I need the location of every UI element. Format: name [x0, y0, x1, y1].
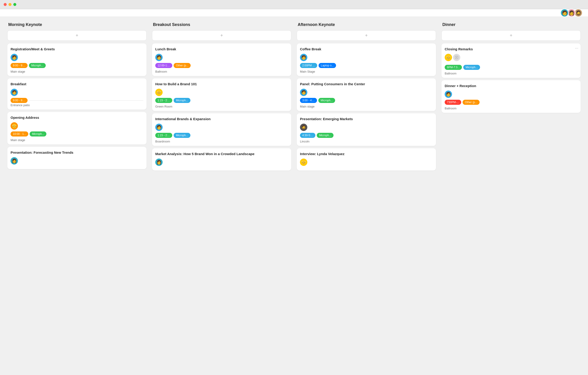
card-tag: 12:00-1:...	[155, 63, 172, 68]
card-title: Market Analysis: How 5 Brand Won in a Cr…	[155, 151, 288, 156]
card-avatar: 👴	[445, 54, 452, 61]
column-afternoon-keynote: Afternoon Keynote+Coffee Break🧑2:00PM ..…	[294, 22, 439, 363]
card-title: Presentation: Emerging Markets	[300, 117, 433, 121]
card-title: International Brands & Expansion	[155, 117, 288, 121]
card-tag: Other (p...	[462, 100, 480, 105]
app-header: 🧑 👩 🧔	[0, 9, 588, 17]
column-breakout-sessions: Breakout Sessions+Lunch Break🧑12:00-1:..…	[149, 22, 294, 363]
card-location: Lincoln	[300, 140, 433, 143]
card-tag: Microph...	[174, 133, 190, 138]
card-card-lunch[interactable]: Lunch Break🧑12:00-1:...Other (p...Ballro…	[152, 43, 291, 76]
card-avatar: 🧔	[300, 124, 307, 131]
card-title: Lunch Break	[155, 47, 288, 52]
card-tags: 1:15 - 2:...Microph...	[155, 133, 288, 138]
card-tag: 2:00PM ...	[300, 63, 317, 68]
card-title: How to Build a Brand 101	[155, 82, 288, 86]
card-tags: 9:00 - 9:...Microph...	[10, 63, 143, 68]
add-card-button-breakout-sessions[interactable]: +	[152, 30, 291, 41]
card-tags: 3:00 - 4:...Microph...	[300, 98, 433, 103]
card-avatar: 👴	[155, 89, 163, 96]
card-avatar: 🧑	[300, 54, 307, 61]
add-card-button-dinner[interactable]: +	[441, 30, 581, 41]
card-card-closing[interactable]: ···Closing Remarks👴6PM-7:3...Microph...B…	[441, 43, 581, 78]
card-avatar: 👩	[155, 159, 163, 166]
card-tag: Microph...	[29, 63, 46, 68]
card-tag: 6PM-7:3...	[445, 65, 462, 70]
column-dinner: Dinner+···Closing Remarks👴6PM-7:3...Micr…	[439, 22, 583, 363]
card-tag: Microph...	[174, 98, 190, 103]
card-card-coffee[interactable]: Coffee Break🧑2:00PM ...Laptop o...Main S…	[297, 43, 436, 76]
card-avatar: 👩	[10, 157, 18, 164]
card-location: Ballroom	[445, 107, 578, 110]
card-title: Interview: Lynda Velazquez	[300, 151, 433, 156]
card-card-market-analysis[interactable]: Market Analysis: How 5 Brand Won in a Cr…	[152, 148, 291, 171]
card-tag: 3:00 - 4:...	[300, 98, 317, 103]
card-avatar: 👴	[10, 122, 18, 129]
card-card-interview[interactable]: Interview: Lynda Velazquez👴	[297, 148, 436, 171]
card-title: Panel: Putting Consumers in the Center	[300, 82, 433, 86]
card-tag: 730PM-...	[445, 100, 461, 105]
card-avatar-secondary	[453, 54, 460, 61]
card-tag: Other (p...	[174, 63, 191, 68]
card-avatar: 🧑	[300, 89, 307, 96]
add-card-button-afternoon-keynote[interactable]: +	[297, 30, 436, 41]
card-title: Closing Remarks	[445, 47, 578, 52]
maximize-button[interactable]	[13, 3, 16, 6]
card-card-opening[interactable]: Opening Address👴10:00 - 1...Microph...Ma…	[7, 112, 147, 145]
card-location: Main stage	[300, 105, 433, 108]
titlebar	[0, 0, 588, 9]
card-location: Main Stage	[300, 70, 433, 73]
card-title: Presentation: Forecasting New Trends	[10, 150, 143, 155]
card-more-button[interactable]: ···	[575, 46, 578, 51]
card-title: Opening Address	[10, 115, 143, 120]
card-avatar: 👴	[300, 159, 307, 166]
card-tag: 10:00 - 1...	[10, 131, 28, 137]
column-morning-keynote: Morning Keynote+Registration/Meet & Gree…	[5, 22, 149, 363]
avatar[interactable]: 🧑	[560, 9, 569, 17]
card-avatar: 🧑	[445, 91, 452, 98]
board: Morning Keynote+Registration/Meet & Gree…	[0, 17, 588, 369]
card-title: Registration/Meet & Greets	[10, 47, 143, 52]
card-card-brand101[interactable]: How to Build a Brand 101👴1:15 - 2:...Mic…	[152, 78, 291, 111]
card-title: Breakfast	[10, 82, 143, 86]
card-location: Green Room	[155, 105, 288, 108]
card-card-forecasting[interactable]: Presentation: Forecasting New Trends👩	[7, 147, 147, 169]
card-card-international[interactable]: International Brands & Expansion🧑1:15 - …	[152, 113, 291, 146]
card-location: Ballroom	[155, 70, 288, 73]
card-tags: 1:15 - 2:...Microph...	[155, 98, 288, 103]
column-header-morning-keynote: Morning Keynote	[7, 22, 147, 27]
close-button[interactable]	[4, 3, 7, 6]
card-avatar: 🧑	[10, 89, 18, 96]
card-tag: 1:15 - 2:...	[155, 133, 172, 138]
card-tag: Laptop o...	[319, 63, 336, 68]
card-location: Boardroom	[155, 140, 288, 143]
card-card-emerging[interactable]: Presentation: Emerging Markets🧔4:30-5:..…	[297, 113, 436, 146]
card-tag: 9:00 - 9:...	[10, 98, 28, 103]
card-tags: 730PM-...Other (p...	[445, 100, 578, 105]
minimize-button[interactable]	[9, 3, 11, 6]
card-location: Entrance patio	[10, 103, 143, 107]
card-title: Coffee Break	[300, 47, 433, 52]
card-location: Ballroom	[445, 72, 578, 75]
card-location: Main stage	[10, 138, 143, 142]
card-divider: 9:00 - 9:...	[10, 98, 143, 103]
card-tags: 4:30-5:...Microph...	[300, 133, 433, 138]
card-tag: Microph...	[30, 131, 46, 137]
card-tag: Microph...	[463, 65, 480, 70]
card-location: Main stage	[10, 70, 143, 73]
user-avatars: 🧑 👩 🧔	[560, 9, 582, 17]
column-header-dinner: Dinner	[441, 22, 581, 27]
card-avatar: 🧑	[155, 124, 163, 131]
column-header-breakout-sessions: Breakout Sessions	[152, 22, 291, 27]
card-card-registration[interactable]: Registration/Meet & Greets🧑9:00 - 9:...M…	[7, 43, 147, 76]
card-tags: 6PM-7:3...Microph...	[445, 65, 578, 70]
card-tags: 12:00-1:...Other (p...	[155, 63, 288, 68]
card-avatar: 🧑	[155, 54, 163, 61]
card-card-dinner[interactable]: Dinner + Reception🧑730PM-...Other (p...B…	[441, 80, 581, 113]
card-tag: 1:15 - 2:...	[155, 98, 172, 103]
card-tag: 4:30-5:...	[300, 133, 315, 138]
card-tags: 10:00 - 1...Microph...	[10, 131, 143, 137]
add-card-button-morning-keynote[interactable]: +	[7, 30, 147, 41]
card-card-panel[interactable]: Panel: Putting Consumers in the Center🧑3…	[297, 78, 436, 111]
card-card-breakfast[interactable]: Breakfast🧑9:00 - 9:...Entrance patio	[7, 78, 147, 110]
